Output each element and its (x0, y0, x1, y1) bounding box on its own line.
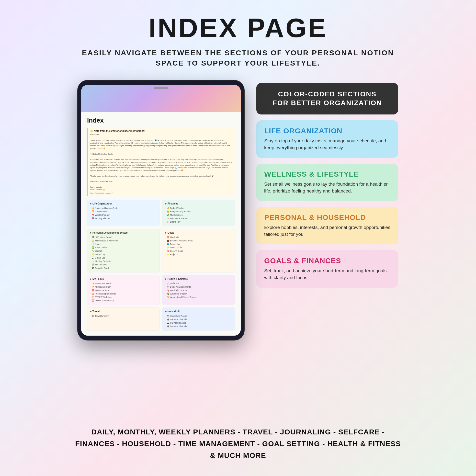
tablet-screen: Index 🌟 Note from the creator and user i… (81, 85, 241, 336)
personal-item-5[interactable]: ✏️ Journal (90, 249, 156, 253)
personal-item-9[interactable]: 💬 My Thoughts (90, 263, 156, 266)
goals-card-title: GOALS & FINANCES (264, 256, 391, 265)
health-item-2[interactable]: 🏥 Doctor's Appointments (165, 285, 232, 289)
household-item-2[interactable]: 📦 Declutter Checklist (165, 318, 232, 321)
health-item-5[interactable]: 🏋️ Workout and Fitness Tracker (165, 295, 232, 299)
health-item-3[interactable]: 💊 Medication Tracker (165, 289, 232, 292)
household-item-1[interactable]: 🏠 Household Tracker (165, 314, 232, 318)
tablet-camera (153, 87, 168, 89)
goals-item-1[interactable]: 🎯 My Goals (165, 236, 232, 239)
personal-item-1[interactable]: 🖼 2025 Vision Board (90, 236, 156, 239)
personal-item-4[interactable]: ✅ Habit Tracker (90, 246, 156, 249)
health-section-title: Health & Selfcare (165, 278, 232, 280)
tablet-section-health: Health & Selfcare 🛁 Self-Care 🏥 Doctor's… (162, 275, 235, 305)
color-coded-text: COLOR-CODED SECTIONSFOR BETTER ORGANIZAT… (265, 90, 390, 108)
finances-section-title: Finances (165, 202, 232, 205)
finances-item-4[interactable]: 📈 My Income Tracker (165, 217, 232, 220)
focus-item-2[interactable]: 🏆 My Reward Chart (90, 285, 156, 289)
tablet-note-body: Hey there! Thank you for choosing us and… (90, 133, 232, 191)
color-coded-box: COLOR-CODED SECTIONSFOR BETTER ORGANIZAT… (256, 83, 398, 115)
life-item-4[interactable]: 📅 Monthly Planner (90, 217, 156, 220)
personal-section-title: Personal Development System (90, 231, 156, 234)
life-item-3[interactable]: 📅 Weekly Planner (90, 213, 156, 217)
household-item-3[interactable]: 🚗 Car Maintenance (165, 321, 232, 324)
focus-item-1[interactable]: 🗂 Eisenhower Matrix (90, 282, 156, 285)
tablet-section-finances: Finances 💰 Budget Tracker 🎨 Budget for m… (162, 200, 235, 226)
tablet-section-personal: Personal Development System 🖼 2025 Visio… (87, 229, 160, 272)
tablet-section-household: Household 🏠 Household Tracker 📦 Declutte… (162, 307, 235, 331)
tablet-index-title: Index (87, 117, 235, 124)
personal-card-title: PERSONAL & HOUSEHOLD (264, 213, 391, 221)
personal-item-8[interactable]: 🌙 Monthly Reflection (90, 259, 156, 263)
household-item-4[interactable]: 📦 Declutter Checklist (165, 324, 232, 328)
tablet-sections-grid: Life Organization 🔔 Notion Notification … (87, 200, 235, 331)
goals-item-6[interactable]: 📁 Projects (165, 253, 232, 256)
section-card-personal: PERSONAL & HOUSEHOLD Explore hobbies, in… (256, 207, 398, 244)
page-title: INDEX PAGE (149, 12, 327, 43)
focus-item-4[interactable]: 🔥 Focus and productivity (90, 292, 156, 295)
tablet-section-travel: Travel ✈️ Travel Itinerary (87, 307, 160, 331)
section-card-goals: GOALS & FINANCES Set, track, and achieve… (256, 250, 398, 288)
tablet-note-title: 🌟 Note from the creator and user instruc… (90, 130, 232, 132)
section-card-life: LIFE ORGANIZATION Stay on top of your da… (256, 120, 398, 158)
life-card-text: Stay on top of your daily tasks, manage … (264, 137, 391, 152)
focus-section-title: My Focus (90, 278, 156, 280)
personal-item-2[interactable]: 🧘 Mindfulness & Reflection (90, 239, 156, 242)
header-subtitle: EASILY NAVIGATE BETWEEN THE SECTIONS OF … (79, 48, 397, 68)
focus-item-6[interactable]: ⏰ ADHD Time Blocking (90, 299, 156, 302)
goals-card-text: Set, track, and achieve your short-term … (264, 267, 391, 281)
wellness-card-title: WELLNESS & LIFESTYLE (264, 170, 391, 178)
focus-item-3[interactable]: 🎯 My Focus Plan (90, 289, 156, 292)
tablet-gradient-header (81, 85, 241, 112)
tablet-mockup: Index 🌟 Note from the creator and user i… (78, 81, 244, 340)
finances-item-2[interactable]: 🎨 Budget for my hobbies (165, 210, 232, 213)
tablet-section-life: Life Organization 🔔 Notion Notification … (87, 200, 160, 226)
life-item-1[interactable]: 🔔 Notion Notification Center (90, 206, 156, 210)
finances-item-1[interactable]: 💰 Budget Tracker (165, 206, 232, 210)
finances-item-5[interactable]: 📋 Bills to Pay (165, 220, 232, 223)
right-panel: COLOR-CODED SECTIONSFOR BETTER ORGANIZAT… (256, 81, 398, 288)
tablet-content-area: Index 🌟 Note from the creator and user i… (81, 112, 241, 336)
life-card-title: LIFE ORGANIZATION (264, 127, 391, 135)
tablet-section-focus: My Focus 🗂 Eisenhower Matrix 🏆 My Reward… (87, 275, 160, 305)
goals-item-2[interactable]: 💼 Business / Income Ideas (165, 239, 232, 242)
wellness-card-text: Set small wellness goals to lay the foun… (264, 181, 391, 195)
personal-card-text: Explore hobbies, interests, and personal… (264, 224, 391, 238)
tablet-section-goals: Goals 🎯 My Goals 💼 Business / Income Ide… (162, 229, 235, 272)
finances-item-3[interactable]: 💸 My Expenses (165, 213, 232, 217)
health-item-1[interactable]: 🛁 Self-Care (165, 282, 232, 285)
goals-section-title: Goals (165, 231, 232, 234)
tablet-note-box: 🌟 Note from the creator and user instruc… (87, 128, 235, 196)
tablet-outer: Index 🌟 Note from the creator and user i… (78, 81, 244, 340)
household-section-title: Household (165, 310, 232, 313)
personal-item-3[interactable]: 📝 Notes (90, 242, 156, 246)
life-section-title: Life Organization (90, 202, 156, 205)
goals-item-3[interactable]: 🪣 Bucket List (165, 242, 232, 246)
main-content-row: Index 🌟 Note from the creator and user i… (15, 81, 461, 414)
travel-item-1[interactable]: ✈️ Travel Itinerary (90, 314, 156, 318)
page-wrapper: INDEX PAGE EASILY NAVIGATE BETWEEN THE S… (0, 0, 476, 476)
personal-item-7[interactable]: 💭 Dream Log (90, 256, 156, 259)
goals-item-5[interactable]: 🧠 SMART Goals (165, 249, 232, 253)
health-item-4[interactable]: 🌿 Wellbeing Tracker (165, 292, 232, 295)
personal-item-10[interactable]: 📚 Books to Read (90, 266, 156, 270)
footer-text: DAILY, MONTHLY, WEEKLY PLANNERS - TRAVEL… (75, 426, 401, 461)
tablet-note-link[interactable]: https://usefulplanner.com/ (90, 192, 232, 194)
focus-item-5[interactable]: 📋 STOPP Worksheet (90, 295, 156, 299)
goals-item-4[interactable]: ⚡ Level 10 Life (165, 246, 232, 249)
life-item-2[interactable]: 📅 Daily Planner (90, 210, 156, 213)
travel-section-title: Travel (90, 310, 156, 313)
personal-item-6[interactable]: 💡 Want to try (90, 253, 156, 256)
section-card-wellness: WELLNESS & LIFESTYLE Set small wellness … (256, 164, 398, 201)
